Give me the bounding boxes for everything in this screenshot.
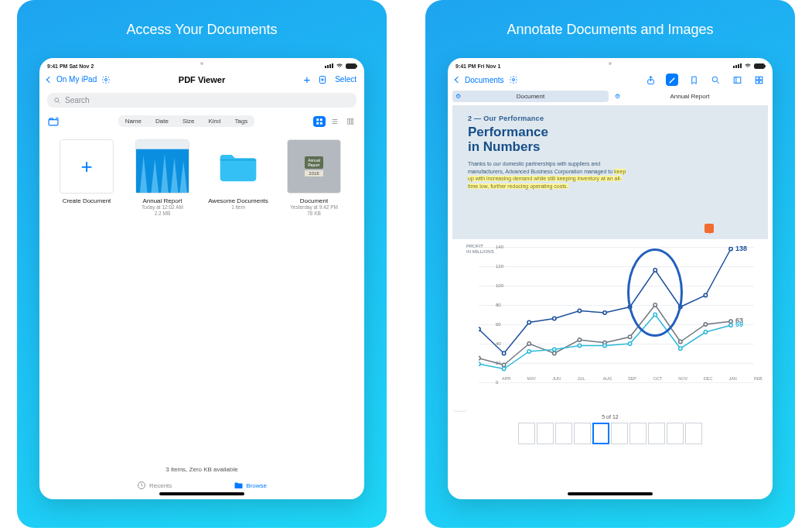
svg-point-58	[679, 347, 682, 350]
tab-bar: Recents Browse	[39, 478, 364, 499]
search-icon	[53, 97, 61, 104]
nav-bar: Documents	[448, 70, 773, 91]
signal-icon	[733, 63, 742, 68]
svg-point-33	[603, 311, 606, 314]
select-button[interactable]: Select	[335, 75, 357, 84]
sort-name[interactable]: Name	[118, 115, 148, 127]
page-thumb[interactable]	[685, 423, 702, 444]
ipad-frame: 9:41 PM Fri Nov 1 Documents	[448, 58, 773, 499]
svg-point-2	[55, 98, 59, 101]
home-indicator[interactable]	[568, 492, 653, 495]
grid-view-button[interactable]	[313, 116, 326, 127]
page-thumb[interactable]	[555, 423, 572, 444]
svg-point-47	[679, 340, 682, 343]
top-actions	[644, 74, 765, 86]
tab-annual-report[interactable]: ⚙Annual Report	[612, 91, 768, 102]
wifi-icon	[336, 63, 343, 69]
sort-tags[interactable]: Tags	[227, 115, 254, 127]
svg-rect-11	[352, 118, 353, 124]
signal-icon	[325, 63, 333, 68]
svg-rect-19	[756, 77, 759, 80]
file-grid: + Create Document Annual Report Today at…	[39, 132, 364, 224]
annotate-button[interactable]	[666, 74, 678, 86]
sort-date[interactable]: Date	[148, 115, 176, 127]
chevron-left-icon[interactable]	[455, 77, 461, 83]
sort-kind[interactable]: Kind	[201, 115, 227, 127]
doc-label: AnnualReport	[305, 156, 323, 169]
bookmark-button[interactable]	[687, 74, 700, 86]
back-button[interactable]: Documents	[465, 76, 504, 84]
svg-point-56	[628, 342, 631, 345]
document-tabs: ⚙Document ⚙Annual Report	[448, 91, 773, 102]
status-right	[325, 63, 357, 69]
svg-point-40	[502, 363, 505, 366]
filter-row: Name Date Size Kind Tags	[39, 111, 364, 132]
page-thumb[interactable]	[537, 423, 554, 444]
svg-point-37	[704, 293, 707, 296]
share-button[interactable]	[644, 74, 657, 86]
tab-browse[interactable]: Browse	[234, 481, 267, 490]
file-document[interactable]: AnnualReport 2018 Document Yesterday at …	[284, 139, 344, 217]
svg-point-45	[628, 335, 631, 338]
svg-rect-8	[320, 122, 322, 124]
svg-rect-18	[734, 77, 741, 83]
report-thumb-icon	[136, 140, 189, 193]
nav-title: PDF Viewer	[179, 75, 225, 84]
svg-point-28	[479, 327, 480, 331]
svg-rect-9	[347, 118, 349, 124]
circle-annotation[interactable]	[627, 248, 683, 337]
status-right	[733, 63, 765, 69]
page-thumb[interactable]	[574, 423, 591, 444]
outline-button[interactable]	[731, 74, 743, 86]
create-document-button[interactable]: + Create Document	[56, 139, 117, 217]
note-annotation[interactable]	[705, 224, 714, 233]
svg-point-30	[527, 320, 531, 324]
new-folder-icon[interactable]	[47, 117, 60, 126]
page-thumb[interactable]	[629, 423, 647, 444]
thumbnails-button[interactable]	[752, 74, 765, 86]
page-thumb[interactable]	[518, 423, 535, 444]
svg-point-38	[729, 247, 732, 250]
back-button[interactable]: On My iPad	[56, 75, 97, 84]
battery-icon	[754, 63, 765, 69]
status-time: 9:41 PM Fri Nov 1	[455, 63, 500, 69]
sort-segment[interactable]: Name Date Size Kind Tags	[118, 115, 255, 127]
home-indicator[interactable]	[159, 492, 244, 495]
page-thumb[interactable]	[667, 423, 684, 444]
folder-icon	[217, 151, 259, 182]
svg-point-17	[712, 77, 718, 82]
page-thumb[interactable]	[648, 423, 665, 444]
svg-point-49	[729, 320, 732, 323]
camera-dot	[200, 62, 203, 65]
tab-recents[interactable]: Recents	[137, 481, 172, 490]
tab-document[interactable]: ⚙Document	[452, 91, 609, 102]
nav-left: On My iPad	[47, 75, 111, 84]
svg-rect-20	[759, 77, 763, 80]
add-button[interactable]: +	[303, 74, 310, 85]
column-view-button[interactable]	[344, 116, 357, 127]
chevron-left-icon[interactable]	[46, 76, 53, 82]
clock-icon	[137, 481, 146, 490]
status-time: 9:41 PM Sat Nov 2	[47, 63, 94, 69]
svg-point-0	[105, 78, 107, 81]
camera-dot	[609, 62, 612, 65]
sort-size[interactable]: Size	[176, 115, 202, 127]
search-button[interactable]	[709, 74, 722, 86]
page-thumbnail-row	[448, 423, 773, 444]
document-page[interactable]: 2 — Our Performance Performancein Number…	[452, 105, 768, 239]
svg-point-42	[553, 351, 556, 355]
page-thumb-current[interactable]	[592, 423, 609, 444]
folder-awesome-documents[interactable]: Awesome Documents 1 item	[208, 139, 268, 217]
page-thumb[interactable]	[611, 423, 628, 444]
section-label: 2 — Our Performance	[468, 115, 752, 122]
search-input[interactable]: Search	[47, 93, 357, 108]
svg-point-54	[578, 344, 581, 347]
list-view-button[interactable]	[329, 116, 341, 127]
svg-rect-6	[320, 118, 322, 121]
svg-point-51	[502, 367, 505, 370]
file-annual-report[interactable]: Annual Report Today at 12:02 AM 2.2 MB	[132, 139, 193, 217]
svg-point-43	[578, 338, 581, 341]
gear-icon[interactable]	[509, 75, 518, 84]
new-doc-icon[interactable]	[318, 75, 327, 84]
gear-icon[interactable]	[101, 75, 111, 84]
